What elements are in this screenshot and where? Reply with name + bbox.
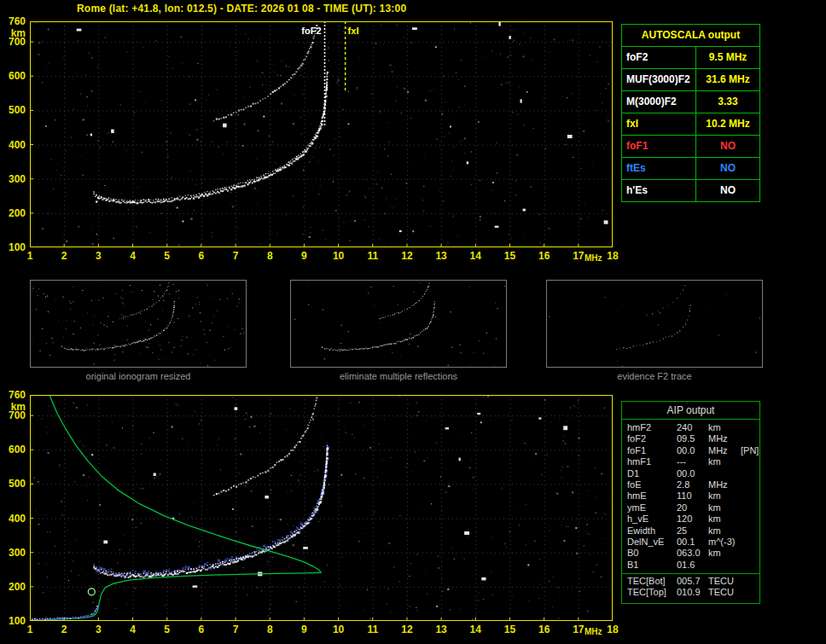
aip-val: 240 (677, 422, 708, 433)
aip-val: 00.0 (677, 468, 708, 479)
aip-val: 20 (677, 502, 708, 513)
autoscala-row-fof1: foF1NO (622, 135, 759, 157)
aip-note (741, 513, 759, 525)
param-name: M(3000)F2 (622, 91, 695, 113)
aip-unit: km (708, 456, 741, 467)
aip-name: hmE (622, 490, 677, 502)
thumbnail-caption-original: original ionogram resized (30, 371, 247, 381)
axis-label: 15 (501, 624, 518, 635)
thumbnail-canvas (291, 281, 506, 367)
axis-label: 5 (159, 250, 176, 262)
axis-label: 760 (2, 15, 26, 27)
axis-label: 400 (2, 513, 26, 525)
ionogram-canvas (30, 395, 613, 621)
aip-note (741, 587, 759, 598)
aip-note (741, 479, 759, 490)
aip-unit (708, 560, 741, 571)
aip-unit: km (708, 548, 741, 559)
thumbnail-original-ionogram: original ionogram resized (30, 280, 247, 381)
axis-label: 2 (55, 624, 73, 635)
aip-separator (622, 573, 759, 574)
aip-name: DelN_vE (622, 537, 677, 548)
aip-val: 09.5 (677, 433, 708, 444)
aip-row-foe: foE2.8MHz (622, 479, 759, 490)
aip-note: [PN] (741, 445, 759, 456)
aip-row-d1: D100.0 (622, 468, 759, 479)
aip-unit: km (708, 513, 741, 525)
aip-row-tecbot: TEC[Bot]005.7TECU (622, 576, 759, 587)
ionogram-plot-aip (30, 395, 613, 621)
axis-label: 2 (55, 250, 73, 262)
aip-name: TEC[Top] (622, 587, 677, 598)
aip-note (741, 502, 759, 513)
thumbnail-image-original (30, 280, 247, 368)
aip-row-hmf1: hmF1---km (622, 456, 759, 467)
axis-label: 100 (2, 615, 26, 627)
aip-note (741, 468, 759, 479)
param-value: NO (695, 158, 759, 179)
param-name: foF2 (622, 47, 695, 68)
aip-unit: MHz (708, 433, 741, 444)
aip-name: B1 (622, 560, 677, 571)
thumbnail-canvas (31, 281, 246, 367)
thumbnail-canvas (547, 281, 762, 367)
aip-val: --- (677, 456, 708, 467)
aip-val: 063.0 (677, 548, 708, 559)
param-value: 3.33 (695, 91, 759, 113)
aip-table-body: hmF2240kmfoF209.5MHzfoF100.0MHz[PN]hmF1-… (622, 422, 759, 599)
aip-unit: MHz (708, 445, 741, 456)
param-name: MUF(3000)F2 (622, 69, 695, 90)
aip-val: 110 (677, 490, 708, 502)
axis-label: 9 (295, 250, 312, 262)
axis-label: 18 (604, 250, 621, 262)
thumbnail-image-evidence-f2 (546, 280, 763, 368)
axis-label: 10 (330, 624, 347, 635)
param-name: h'Es (622, 180, 695, 201)
aip-note (741, 548, 759, 559)
aip-name: ymE (622, 502, 677, 513)
param-value: NO (695, 136, 759, 157)
axis-label: 15 (501, 250, 518, 262)
thumbnail-caption-evidence-f2: evidence F2 trace (546, 371, 763, 381)
param-value: 9.5 MHz (695, 47, 759, 68)
aip-note (741, 490, 759, 502)
aip-note (741, 560, 759, 571)
axis-label: 760 (2, 389, 26, 401)
aip-name: hmF1 (622, 456, 677, 467)
axis-label: 600 (2, 444, 26, 455)
aip-val: 2.8 (677, 479, 708, 490)
axis-label: 200 (2, 581, 26, 593)
axis-label: 500 (2, 478, 26, 490)
axis-label: 600 (2, 70, 26, 82)
aip-unit: km (708, 502, 741, 513)
axis-label: km (2, 27, 26, 39)
axis-label: 10 (330, 250, 347, 262)
autoscala-row-ftes: ftEsNO (622, 157, 759, 179)
axis-label: 13 (433, 624, 450, 635)
axis-label: 16 (536, 250, 553, 262)
aip-name: hmF2 (622, 422, 677, 433)
aip-unit: km (708, 490, 741, 502)
axis-label: MHz (585, 252, 602, 264)
aip-table-title: AIP output (622, 402, 759, 420)
aip-name: B0 (622, 548, 677, 559)
axis-label: 14 (467, 624, 484, 635)
axis-label: 4 (125, 624, 142, 635)
param-name: fxI (622, 113, 695, 135)
axis-label: 11 (364, 624, 381, 635)
autoscala-table-title: AUTOSCALA output (622, 25, 759, 46)
axis-label: 300 (2, 547, 26, 559)
autoscala-row-fof2: foF29.5 MHz (622, 46, 759, 68)
aip-val: 00.1 (677, 537, 708, 548)
axis-label: 8 (261, 250, 278, 262)
axis-label: MHz (585, 626, 602, 638)
aip-val: 010.9 (677, 587, 708, 598)
aip-unit: TECU (708, 587, 741, 598)
aip-val: 01.6 (677, 560, 708, 571)
aip-name: Ewidth (622, 525, 677, 537)
aip-row-delnve: DelN_vE00.1m^(-3) (622, 537, 759, 548)
axis-label: 400 (2, 139, 26, 151)
ionogram-plot-autoscala: foF2fxI (30, 21, 613, 247)
axis-label: 4 (125, 250, 142, 262)
aip-row-b0: B0063.0km (622, 548, 759, 559)
